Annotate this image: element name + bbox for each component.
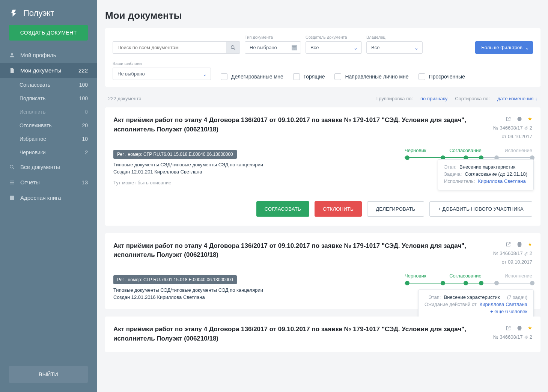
filter-icon — [292, 45, 297, 51]
star-icon[interactable]: ★ — [528, 241, 532, 247]
sidebar-item-my-documents[interactable]: Мои документы 222 — [0, 63, 97, 78]
sidebar-item-label: Исполнить — [20, 109, 46, 115]
sidebar-item-count: 100 — [79, 82, 88, 88]
select-value: Все — [310, 45, 319, 50]
workflow: Черновик Согласование Исполнение — [405, 273, 532, 285]
checkbox-delegated[interactable]: Делегированные мне — [221, 73, 283, 80]
sidebar-item-profile[interactable]: Мой профиль — [0, 47, 97, 63]
user-icon — [9, 52, 15, 58]
tooltip-executor-label: Исполнитель: — [444, 178, 475, 184]
sidebar: Полуэкт СОЗДАТЬ ДОКУМЕНТ Мой профиль Мои… — [0, 0, 97, 392]
sidebar-item-count: 0 — [85, 109, 88, 115]
svg-point-1 — [10, 165, 13, 168]
open-icon[interactable] — [505, 241, 511, 248]
document-type: Типовые документы СЭД/типовые документы … — [113, 287, 393, 293]
filter-doctype: Тип документа Не выбрано — [245, 35, 301, 54]
print-icon[interactable] — [516, 116, 522, 122]
checkbox-hot[interactable]: Горящие — [293, 73, 325, 80]
search-wrap — [113, 41, 240, 54]
select-value: Все — [371, 45, 379, 50]
search-icon — [9, 164, 15, 170]
sidebar-item-label: Согласовать — [20, 82, 50, 88]
document-number-row: № 346608/172 — [493, 334, 532, 340]
star-icon[interactable]: ★ — [528, 325, 532, 331]
sidebar-item-count: 100 — [79, 95, 88, 101]
decline-button[interactable]: ОТКЛОНИТЬ — [315, 201, 362, 217]
checkbox-overdue[interactable]: Просроченные — [419, 73, 465, 80]
document-number: № 346608/17 — [493, 250, 523, 256]
sort-label: Сортировка по: — [455, 96, 490, 101]
logout-button[interactable]: ВЫЙТИ — [9, 366, 88, 383]
star-icon[interactable]: ★ — [528, 116, 532, 122]
tooltip-wait-value[interactable]: Кириллова Светлана — [480, 302, 527, 307]
chevron-down-icon: ⌄ — [354, 45, 358, 50]
more-filters-button[interactable]: Больше фильтров⌄ — [475, 41, 533, 54]
svg-rect-2 — [10, 181, 14, 181]
chevron-down-icon: ⌄ — [414, 45, 419, 50]
sidebar-item-all-documents[interactable]: Все документы — [0, 159, 97, 175]
chevron-down-icon: ⌄ — [525, 45, 529, 50]
document-title[interactable]: Акт приёмки работ по этапу 4 Договора 13… — [113, 116, 487, 139]
sort-value[interactable]: дате изменения↓ — [497, 96, 537, 101]
delegate-button[interactable]: ДЕЛЕГИРОВАТЬ — [367, 201, 424, 217]
card-action-icons: ★ — [505, 325, 532, 331]
checkbox-label: Просроченные — [429, 74, 465, 80]
search-input[interactable] — [113, 41, 226, 54]
svg-point-6 — [231, 45, 234, 48]
sidebar-item-favorites[interactable]: Избранное10 — [0, 132, 97, 146]
svg-point-0 — [11, 53, 13, 55]
document-title[interactable]: Акт приёмки работ по этапу 4 Договора 13… — [113, 325, 487, 343]
open-icon[interactable] — [505, 325, 511, 331]
filter-templates: Ваши шаблоны Не выбрано⌄ — [113, 61, 211, 80]
document-number: № 346608/17 — [493, 334, 523, 340]
card-header: Акт приёмки работ по этапу 4 Договора 13… — [113, 325, 532, 343]
group-value[interactable]: по признаку — [420, 96, 447, 101]
sidebar-item-label: Мои документы — [20, 67, 61, 74]
checkbox-personal[interactable]: Направленные лично мне — [334, 73, 408, 80]
tooltip-stage-label: Этап: — [444, 164, 456, 170]
search-icon — [230, 45, 236, 51]
sidebar-item-label: Черновики — [20, 149, 46, 155]
sidebar-item-count: 20 — [82, 122, 88, 128]
document-card: Акт приёмки работ по этапу 4 Договора 13… — [105, 233, 540, 309]
sidebar-item-watch[interactable]: Отслеживать20 — [0, 119, 97, 132]
add-participant-button[interactable]: + ДОБАВИТЬ НОВОГО УЧАСТНИКА — [429, 201, 532, 217]
select-value: Не выбрано — [250, 45, 277, 50]
filter-label: Тип документа — [245, 35, 301, 39]
document-icon — [9, 68, 15, 74]
search-button[interactable] — [226, 41, 240, 54]
list-icon — [9, 179, 15, 185]
sidebar-item-addressbook[interactable]: Адресная книга — [0, 190, 97, 205]
attachment-count: 2 — [530, 334, 532, 340]
tooltip-wait-extra[interactable]: + еще 6 человек — [490, 309, 527, 314]
print-icon[interactable] — [516, 241, 522, 248]
tooltip-executor-value[interactable]: Кириллова Светлана — [478, 178, 525, 184]
filter-owner: Владелец Все⌄ — [366, 35, 423, 54]
app-logo[interactable]: Полуэкт — [0, 0, 97, 25]
filter-label: Владелец — [366, 35, 423, 39]
tooltip-wait-label: Ожидание действий от — [425, 302, 477, 307]
print-icon[interactable] — [516, 325, 522, 331]
page-title: Мои документы — [105, 10, 540, 21]
checkbox-box — [221, 73, 227, 80]
tooltip-task-label: Задача: — [444, 171, 462, 177]
owner-select[interactable]: Все⌄ — [366, 41, 423, 54]
sidebar-item-sign[interactable]: Подписать100 — [0, 92, 97, 105]
created-info: Создан 12.01.201 Кириллова Светлана — [113, 169, 393, 175]
card-header: Акт приёмки работ по этапу 4 Договора 13… — [113, 116, 532, 139]
card-header: Акт приёмки работ по этапу 4 Договора 13… — [113, 241, 532, 265]
sidebar-item-count: 10 — [82, 136, 88, 142]
document-title[interactable]: Акт приёмки работ по этапу 4 Договора 13… — [113, 241, 487, 265]
create-document-button[interactable]: СОЗДАТЬ ДОКУМЕНТ — [9, 25, 88, 41]
sidebar-item-reports[interactable]: Отчеты 13 — [0, 175, 97, 190]
checkbox-label: Делегированные мне — [231, 74, 283, 80]
document-number-row: № 346608/172 — [493, 125, 532, 131]
sidebar-item-drafts[interactable]: Черновики2 — [0, 146, 97, 159]
sidebar-item-approve[interactable]: Согласовать100 — [0, 78, 97, 92]
doctype-select[interactable]: Не выбрано — [245, 41, 301, 54]
sidebar-item-execute[interactable]: Исполнить0 — [0, 105, 97, 119]
open-icon[interactable] — [505, 116, 511, 122]
creator-select[interactable]: Все⌄ — [306, 41, 362, 54]
approve-button[interactable]: СОГЛАСОВАТЬ — [256, 201, 309, 217]
templates-select[interactable]: Не выбрано⌄ — [113, 68, 211, 80]
